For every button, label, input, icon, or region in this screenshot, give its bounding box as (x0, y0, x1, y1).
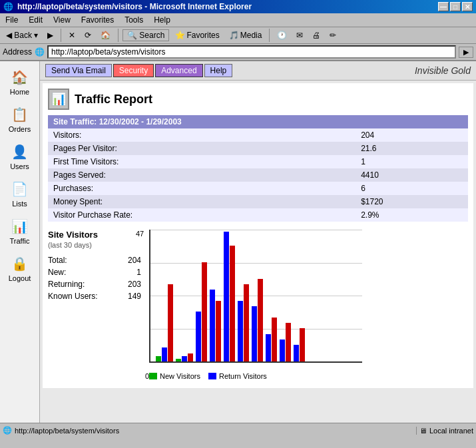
bar-red (272, 318, 277, 361)
page-content: Send Via Email Security Advanced Help In… (40, 61, 476, 423)
mail-button[interactable]: ✉ (293, 29, 306, 41)
bar-group (266, 318, 277, 361)
menu-bar: File Edit View Favorites Tools Help (0, 13, 476, 27)
bar-group (280, 323, 291, 361)
sidebar-orders-label: Orders (9, 125, 31, 133)
menu-favorites[interactable]: Favorites (79, 15, 117, 25)
home-button[interactable]: 🏠 (97, 29, 114, 41)
table-row: Visitor Purchase Rate: 2.9% (48, 208, 468, 222)
table-row: Pages Served: 4410 (48, 168, 468, 182)
chart-title: Site Visitors (48, 230, 141, 240)
stat-label-returning: Returning: (48, 280, 85, 289)
bar-blue (252, 306, 257, 361)
nav-security-button[interactable]: Security (113, 64, 154, 77)
favorites-button[interactable]: ⭐ Favorites (172, 29, 222, 41)
back-button[interactable]: ◀ Back ▾ (3, 29, 41, 41)
bar-green (176, 359, 181, 361)
bars-render (150, 230, 362, 361)
legend-new: New Visitors (149, 372, 200, 380)
row-label-ppv: Pages Per Visitor: (48, 142, 356, 155)
sidebar-lists-label: Lists (12, 200, 27, 208)
bar-red (188, 353, 193, 361)
edit-button[interactable]: ✏ (326, 29, 340, 41)
history-button[interactable]: 🕐 (274, 29, 290, 41)
sidebar-item-home[interactable]: 🏠 Home (2, 64, 38, 99)
media-button[interactable]: 🎵 Media (226, 29, 266, 41)
window-title: http://laptop/beta/system/visitors - Mic… (17, 2, 252, 11)
menu-edit[interactable]: Edit (26, 15, 45, 25)
row-label-purchases: Purchases: (48, 182, 356, 195)
legend-return-color (208, 373, 216, 379)
bar-blue (238, 301, 243, 361)
refresh-button[interactable]: ⟳ (81, 29, 95, 41)
report-title: Traffic Report (75, 93, 152, 107)
row-label-ps: Pages Served: (48, 168, 356, 182)
maximize-button[interactable]: □ (450, 2, 461, 11)
bar-group (156, 284, 173, 361)
nav-help-button[interactable]: Help (204, 64, 233, 77)
bar-group (252, 279, 263, 361)
bar-blue (210, 290, 215, 361)
traffic-table: Site Traffic: 12/30/2002 - 1/29/2003 Vis… (48, 115, 468, 222)
menu-view[interactable]: View (51, 15, 73, 25)
bar-red (300, 328, 305, 361)
bar-group (238, 284, 249, 361)
stop-button[interactable]: ✕ (65, 29, 79, 41)
table-row: First Time Visitors: 1 (48, 155, 468, 168)
print-button[interactable]: 🖨 (309, 29, 324, 41)
bar-blue (266, 334, 271, 361)
minimize-button[interactable]: — (438, 2, 449, 11)
sidebar-item-orders[interactable]: 📋 Orders (2, 101, 38, 136)
report-icon: 📊 (48, 89, 69, 110)
row-value-money: $1720 (356, 195, 468, 208)
sidebar-item-logout[interactable]: 🔒 Logout (2, 250, 38, 285)
table-row: Purchases: 6 (48, 182, 468, 195)
media-label: Media (240, 31, 262, 40)
sidebar-item-lists[interactable]: 📄 Lists (2, 176, 38, 210)
chart-stats-panel: Site Visitors (last 30 days) Total: 204 … (48, 230, 141, 383)
toolbar: ◀ Back ▾ ▶ ✕ ⟳ 🏠 🔍 Search ⭐ Favorites 🎵 … (0, 27, 476, 44)
sidebar-logout-label: Logout (9, 274, 31, 282)
nav-advanced-button[interactable]: Advanced (155, 64, 202, 77)
stat-value-returning: 203 (128, 280, 141, 289)
search-icon: 🔍 (127, 31, 137, 40)
bar-group (176, 353, 193, 361)
brand-label: Invisible Gold (415, 65, 471, 76)
bar-blue (182, 356, 187, 361)
media-icon: 🎵 (229, 31, 239, 40)
stat-row-known: Known Users: 149 (48, 290, 141, 302)
address-go-button[interactable]: ▶ (459, 47, 473, 58)
sidebar-item-users[interactable]: 👤 Users (2, 138, 38, 173)
stat-row-returning: Returning: 203 (48, 278, 141, 290)
row-value-ftv: 1 (356, 155, 468, 168)
sidebar-traffic-label: Traffic (10, 237, 30, 245)
nav-email-button[interactable]: Send Via Email (45, 64, 112, 77)
row-value-vpr: 2.9% (356, 208, 468, 222)
forward-button[interactable]: ▶ (44, 29, 57, 41)
close-button[interactable]: ✕ (462, 2, 473, 11)
bar-red (202, 262, 207, 361)
toolbar-separator-3 (269, 29, 270, 42)
menu-file[interactable]: File (3, 15, 21, 25)
row-value-ppv: 21.6 (356, 142, 468, 155)
address-icon: 🌐 (35, 47, 45, 57)
favorites-icon: ⭐ (175, 31, 185, 40)
bar-red (216, 301, 221, 361)
favorites-label: Favorites (186, 31, 219, 40)
sidebar-home-label: Home (10, 88, 29, 96)
window-controls: — □ ✕ (438, 2, 473, 11)
window-icon: 🌐 (3, 2, 13, 11)
search-label: Search (139, 31, 164, 40)
table-row: Pages Per Visitor: 21.6 (48, 142, 468, 155)
menu-tools[interactable]: Tools (122, 15, 146, 25)
sidebar: 🏠 Home 📋 Orders 👤 Users 📄 Lists 📊 Traffi… (0, 61, 40, 423)
address-input[interactable] (47, 45, 456, 59)
bar-green (156, 356, 161, 361)
legend-return-label: Return Visitors (219, 372, 267, 380)
sidebar-item-traffic[interactable]: 📊 Traffic (2, 213, 38, 248)
menu-help[interactable]: Help (151, 15, 173, 25)
stat-row-total: Total: 204 (48, 254, 141, 266)
status-right: 🖥 Local intranet (416, 427, 473, 435)
lists-icon: 📄 (9, 178, 31, 200)
search-button[interactable]: 🔍 Search (122, 29, 169, 41)
